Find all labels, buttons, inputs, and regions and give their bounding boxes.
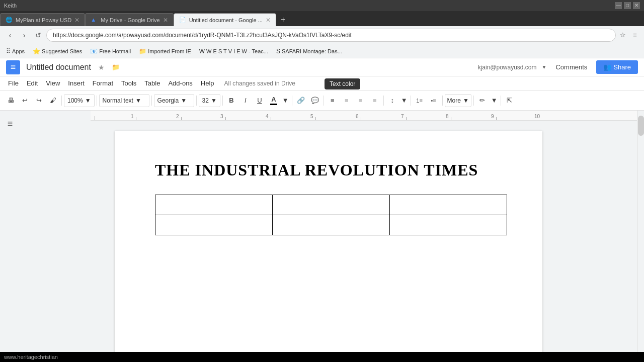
comments-button[interactable]: Comments: [551, 61, 591, 73]
zoom-arrow-icon: ▼: [85, 97, 91, 104]
comment-button[interactable]: 💬: [308, 94, 321, 108]
pencil-button[interactable]: ✏: [476, 94, 489, 108]
menu-tools[interactable]: Tools: [117, 77, 140, 89]
bullet-list-button[interactable]: •≡: [427, 94, 440, 108]
menu-addons[interactable]: Add-ons: [164, 77, 196, 89]
tab2-close[interactable]: ✕: [163, 17, 168, 24]
line-spacing-button[interactable]: ↕: [386, 94, 399, 108]
bold-button[interactable]: B: [225, 94, 238, 108]
address-bar[interactable]: https://docs.google.com/a/powayusd.com/d…: [46, 29, 616, 42]
collapse-button[interactable]: ⇱: [503, 94, 516, 108]
menu-table[interactable]: Table: [140, 77, 164, 89]
share-button[interactable]: 👥 Share: [596, 60, 638, 74]
forward-button[interactable]: ›: [18, 29, 30, 41]
browser-tab-3[interactable]: 📄 Untitled document - Google ... ✕: [174, 13, 276, 26]
browser-tab-2[interactable]: ▲ My Drive - Google Drive ✕: [85, 13, 173, 26]
ruler-tick-2: [181, 117, 182, 120]
redo-button[interactable]: ↪: [32, 94, 45, 108]
bookmark-suggested-sites[interactable]: ⭐ Suggested Sites: [31, 47, 84, 56]
font-size-select[interactable]: 32 ▼: [199, 94, 220, 107]
doc-folder-icon[interactable]: 📁: [112, 63, 120, 71]
minimize-button[interactable]: —: [615, 2, 622, 9]
line-spacing-dropdown[interactable]: ▼: [400, 94, 409, 108]
ruler-tick-3: [225, 117, 226, 120]
table-cell-r0c0[interactable]: [155, 195, 273, 215]
undo-button[interactable]: ↩: [18, 94, 31, 108]
document-area[interactable]: THE INDUSTRIAL REVOLUTION TIMES: [20, 121, 637, 352]
docs-logo-icon: ≡: [11, 62, 16, 72]
zoom-select[interactable]: 100% ▼: [64, 94, 95, 107]
browser-tab-1[interactable]: 🌐 MyPlan at Poway USD ✕: [0, 13, 85, 26]
maximize-button[interactable]: □: [624, 2, 631, 9]
close-button[interactable]: ✕: [633, 2, 640, 9]
status-text: www.heritagechristian: [4, 354, 58, 360]
table-cell-r1c2[interactable]: [390, 215, 507, 235]
bookmark-westview[interactable]: W W E S T V I E W - Teac...: [197, 47, 270, 56]
zoom-value: 100%: [67, 97, 83, 104]
vertical-scrollbar[interactable]: [637, 111, 644, 352]
text-color-dropdown[interactable]: ▼: [281, 94, 290, 108]
docs-nav-toggle-button[interactable]: ≡: [1, 115, 19, 133]
document-table[interactable]: [155, 195, 507, 235]
tab2-favicon: ▲: [91, 17, 98, 24]
menu-format[interactable]: Format: [89, 77, 117, 89]
user-dropdown-icon[interactable]: ▼: [542, 64, 547, 70]
doc-title[interactable]: Untitled document: [26, 63, 91, 72]
menu-insert[interactable]: Insert: [64, 77, 89, 89]
apps-grid-icon: ⠿: [6, 48, 11, 55]
bookmark-hotmail[interactable]: 📧 Free Hotmail: [88, 47, 133, 56]
tab3-favicon: 📄: [179, 17, 186, 24]
table-cell-r1c0[interactable]: [155, 215, 273, 235]
imported-label: Imported From IE: [148, 48, 191, 54]
title-bar: Keith — □ ✕: [0, 0, 644, 11]
title-bar-left: Keith: [4, 3, 17, 9]
align-left-button[interactable]: ≡: [326, 94, 339, 108]
ruler-tick-5: [315, 117, 316, 120]
bookmark-imported[interactable]: 📁 Imported From IE: [137, 47, 193, 56]
underline-button[interactable]: U: [253, 94, 266, 108]
align-justify-button[interactable]: ≡: [368, 94, 381, 108]
user-email: kjain@powayusd.com: [478, 64, 537, 71]
font-value: Georgia: [157, 97, 179, 104]
pencil-dropdown[interactable]: ▼: [490, 94, 499, 108]
table-cell-r1c1[interactable]: [273, 215, 390, 235]
menu-view[interactable]: View: [42, 77, 64, 89]
font-select[interactable]: Georgia ▼: [154, 94, 194, 107]
align-center-button[interactable]: ≡: [340, 94, 353, 108]
browser-menu-icon[interactable]: ≡: [630, 30, 640, 40]
paint-format-button[interactable]: 🖌: [46, 94, 59, 108]
bookmarks-bar: ⠿ Apps ⭐ Suggested Sites 📧 Free Hotmail …: [0, 44, 644, 58]
refresh-button[interactable]: ↺: [32, 29, 44, 41]
menu-help[interactable]: Help: [197, 77, 218, 89]
back-button[interactable]: ‹: [4, 29, 16, 41]
menu-bar: File Edit View Insert Format Tools Table…: [0, 76, 644, 90]
table-cell-r0c2[interactable]: [390, 195, 507, 215]
text-color-button[interactable]: A: [267, 94, 280, 108]
ruler-tick-0: [95, 116, 95, 120]
more-button[interactable]: More ▼: [445, 94, 471, 107]
doc-star-icon[interactable]: ★: [98, 63, 105, 71]
italic-button[interactable]: I: [239, 94, 252, 108]
style-select[interactable]: Normal text ▼: [99, 94, 149, 107]
bookmark-star-icon[interactable]: ☆: [618, 30, 628, 40]
tab3-close[interactable]: ✕: [266, 17, 271, 24]
tab3-title: Untitled document - Google ...: [189, 17, 263, 23]
more-label: More: [447, 97, 461, 104]
new-tab-button[interactable]: +: [276, 13, 290, 26]
menu-file[interactable]: File: [4, 77, 23, 89]
document-heading[interactable]: THE INDUSTRIAL REVOLUTION TIMES: [155, 161, 507, 179]
font-size-arrow-icon: ▼: [211, 97, 217, 104]
toolbar: 🖶 ↩ ↪ 🖌 100% ▼ Normal text ▼ Georgia ▼ 3…: [0, 90, 644, 111]
numbered-list-button[interactable]: 1≡: [413, 94, 426, 108]
table-row: [155, 195, 507, 215]
tab1-close[interactable]: ✕: [74, 17, 79, 24]
table-cell-r0c1[interactable]: [273, 195, 390, 215]
separator-1: [61, 96, 62, 106]
bookmark-safari[interactable]: S SAFARI Montage: Das...: [274, 47, 344, 56]
ruler-num-9: 9: [491, 114, 494, 119]
align-right-button[interactable]: ≡: [354, 94, 367, 108]
bookmark-apps[interactable]: ⠿ Apps: [4, 47, 27, 56]
link-button[interactable]: 🔗: [294, 94, 307, 108]
menu-edit[interactable]: Edit: [23, 77, 42, 89]
print-button[interactable]: 🖶: [4, 94, 17, 108]
